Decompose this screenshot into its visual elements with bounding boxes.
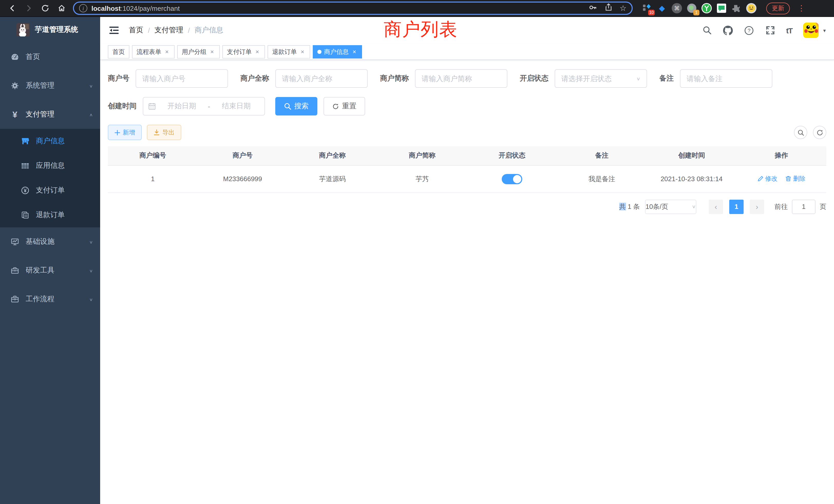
extension-badge: 10 — [648, 10, 655, 16]
sidebar-item-label: 支付管理 — [26, 110, 89, 119]
pay-submenu: 商户信息 应用信息 支付订单 — [0, 129, 100, 227]
reload-icon[interactable] — [38, 1, 52, 16]
page-unit-label: 页 — [820, 202, 826, 211]
close-icon[interactable]: × — [254, 46, 260, 58]
puzzle-extensions-icon[interactable] — [731, 3, 742, 13]
merchant-no-input[interactable] — [136, 69, 228, 88]
column-header: 备注 — [557, 146, 647, 165]
home-icon[interactable] — [54, 1, 69, 16]
close-icon[interactable]: × — [351, 46, 357, 58]
yen-circle-icon — [21, 186, 30, 194]
tab-merchant-info[interactable]: 商户信息× — [313, 45, 362, 59]
site-info-icon[interactable]: i — [79, 4, 87, 12]
status-select[interactable]: ∨ — [555, 69, 647, 88]
sidebar-item-merchant-info[interactable]: 商户信息 — [0, 129, 100, 154]
pagination-total: 共 1 条 — [619, 202, 640, 211]
page-size-select[interactable]: 10条/页∨ — [645, 199, 696, 214]
sidebar-item-label: 基础设施 — [26, 237, 89, 246]
next-page-button[interactable]: › — [750, 199, 764, 214]
sidebar-item-system[interactable]: 系统管理 ∨ — [0, 71, 100, 100]
emoji-avatar-icon[interactable] — [746, 3, 756, 13]
status-toggle[interactable] — [502, 174, 522, 184]
page-number-current[interactable]: 1 — [729, 199, 744, 214]
cell-actions: 修改 删除 — [737, 165, 826, 192]
tab-pay-order[interactable]: 支付订单× — [222, 45, 265, 59]
fullscreen-icon[interactable] — [765, 25, 775, 36]
app-logo-rabbit — [17, 23, 30, 37]
sidebar-item-pay[interactable]: ¥ 支付管理 ∧ — [0, 100, 100, 129]
goto-page: 前往 页 — [774, 199, 826, 214]
back-icon[interactable] — [5, 1, 20, 16]
filter-merchant-no: 商户号 — [108, 69, 228, 88]
sidebar-item-infra[interactable]: 基础设施 ∨ — [0, 227, 100, 256]
filter-short-name: 商户简称 — [380, 69, 507, 88]
chevron-down-icon: ∨ — [89, 84, 93, 88]
add-button[interactable]: 新增 — [108, 125, 142, 140]
search-button[interactable]: 搜索 — [275, 97, 317, 115]
edit-link[interactable]: 修改 — [758, 175, 777, 183]
cell-merchant-id: 1 — [108, 165, 198, 192]
monitor-chart-icon — [10, 238, 20, 246]
extensions-area: 10 ◆ ⌘ 1 更新 ⋮ — [642, 2, 805, 14]
sidebar-item-home[interactable]: 首页 — [0, 43, 100, 71]
sidebar-item-label: 系统管理 — [26, 81, 89, 90]
extension-y-icon[interactable] — [702, 3, 712, 13]
search-icon[interactable] — [702, 25, 712, 36]
breadcrumb-pay[interactable]: 支付管理 — [155, 26, 183, 35]
help-icon[interactable]: ? — [744, 25, 754, 36]
bookmark-star-icon[interactable]: ☆ — [620, 4, 627, 13]
browser-update-button[interactable]: 更新 — [766, 2, 790, 14]
forward-icon[interactable] — [22, 1, 36, 16]
documents-icon — [21, 211, 30, 219]
extension-command-icon[interactable]: ⌘ — [672, 3, 682, 13]
merchant-table: 商户编号 商户号 商户全称 商户简称 开启状态 备注 创建时间 操作 1 — [108, 146, 826, 193]
refresh-icon[interactable] — [813, 126, 826, 139]
date-range-picker[interactable]: 开始日期 - 结束日期 — [143, 97, 265, 115]
sidebar-item-refund-order[interactable]: 退款订单 — [0, 203, 100, 227]
goto-page-input[interactable] — [792, 199, 815, 214]
export-button[interactable]: 导出 — [147, 125, 181, 140]
table-row: 1 M233666999 芋道源码 芋艿 我是备注 2021-10-23 08:… — [108, 165, 826, 192]
column-header: 商户编号 — [108, 146, 198, 165]
delete-link[interactable]: 删除 — [786, 175, 806, 183]
remark-input[interactable] — [680, 69, 772, 88]
tab-refund-order[interactable]: 退款订单× — [267, 45, 310, 59]
filter-remark: 备注 — [659, 69, 772, 88]
font-size-icon[interactable]: tT — [786, 26, 792, 35]
top-navbar: 首页 / 支付管理 / 商户信息 ? — [100, 17, 834, 44]
extension-blocks-icon[interactable]: 10 — [642, 3, 652, 13]
sidebar-item-workflow[interactable]: 工作流程 ∨ — [0, 285, 100, 314]
hide-search-icon[interactable] — [794, 126, 807, 139]
prev-page-button[interactable]: ‹ — [709, 199, 723, 214]
tab-process-form[interactable]: 流程表单× — [132, 45, 175, 59]
sidebar-item-pay-order[interactable]: 支付订单 — [0, 178, 100, 203]
password-key-icon[interactable] — [588, 3, 597, 14]
reset-button[interactable]: 重置 — [324, 97, 365, 115]
extension-gem-icon[interactable]: ◆ — [657, 3, 667, 13]
extension-circle-icon[interactable]: 1 — [687, 3, 697, 13]
sidebar-item-dev-tools[interactable]: 研发工具 ∨ — [0, 256, 100, 285]
share-icon[interactable] — [604, 3, 612, 13]
close-icon[interactable]: × — [300, 46, 306, 58]
tab-user-group[interactable]: 用户分组× — [177, 45, 220, 59]
browser-toolbar: i localhost:1024/pay/merchant ☆ 10 ◆ ⌘ 1 — [0, 0, 834, 17]
extension-chat-icon[interactable] — [717, 3, 727, 13]
filter-label: 商户号 — [108, 74, 136, 83]
url-bar[interactable]: i localhost:1024/pay/merchant ☆ — [73, 2, 633, 15]
close-icon[interactable]: × — [164, 46, 170, 58]
avatar-caret-icon[interactable]: ▾ — [823, 27, 826, 33]
sidebar-collapse-icon[interactable] — [108, 25, 120, 36]
sidebar-item-app-info[interactable]: 应用信息 — [0, 154, 100, 178]
browser-menu-icon[interactable]: ⋮ — [797, 4, 805, 13]
main-area: 商户列表 首页 / 支付管理 / 商户信息 — [100, 17, 834, 504]
close-icon[interactable]: × — [209, 46, 215, 58]
short-name-input[interactable] — [415, 69, 507, 88]
app-logo-row[interactable]: 芋道管理系统 — [0, 17, 100, 43]
tab-home[interactable]: 首页 — [108, 45, 129, 59]
selected-text: 共 — [619, 203, 626, 210]
user-avatar[interactable] — [803, 23, 818, 38]
breadcrumb-current: 商户信息 — [195, 26, 223, 35]
breadcrumb-home[interactable]: 首页 — [129, 26, 143, 35]
full-name-input[interactable] — [275, 69, 368, 88]
github-icon[interactable] — [723, 25, 733, 36]
